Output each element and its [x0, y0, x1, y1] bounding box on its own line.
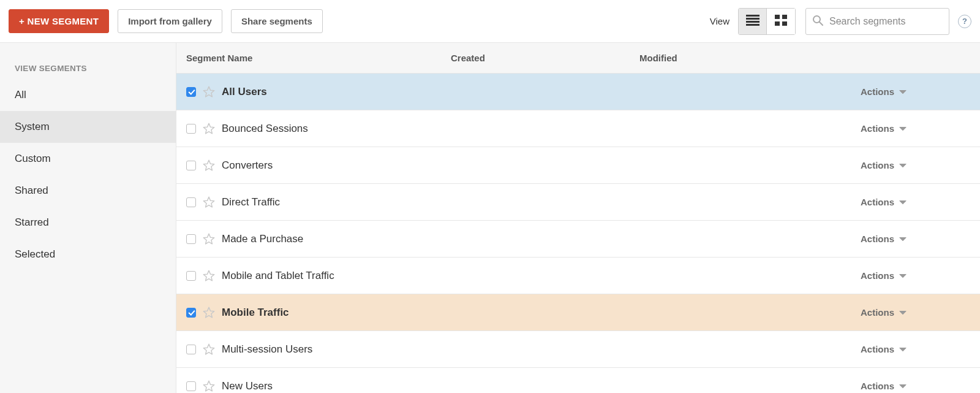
actions-menu[interactable]: Actions	[828, 307, 980, 318]
toolbar: + NEW SEGMENT Import from gallery Share …	[0, 0, 980, 43]
svg-line-9	[820, 22, 823, 25]
actions-label: Actions	[861, 86, 894, 97]
svg-rect-3	[746, 24, 760, 26]
table-row[interactable]: Direct TrafficActions	[176, 184, 980, 221]
actions-label: Actions	[861, 234, 894, 244]
segment-name-cell: Converters	[176, 159, 451, 172]
search-segments-wrap[interactable]	[805, 8, 949, 35]
actions-menu[interactable]: Actions	[828, 344, 980, 354]
sidebar-item-all[interactable]: All	[0, 79, 176, 111]
table-header: Segment Name Created Modified	[176, 43, 980, 74]
actions-label: Actions	[861, 197, 894, 207]
segment-name-cell: Bounced Sessions	[176, 122, 451, 135]
sidebar-item-shared[interactable]: Shared	[0, 175, 176, 207]
segment-checkbox[interactable]	[186, 271, 196, 281]
actions-label: Actions	[861, 160, 894, 170]
svg-rect-2	[746, 21, 760, 23]
segment-name-cell: Multi-session Users	[176, 343, 451, 356]
import-gallery-button[interactable]: Import from gallery	[118, 9, 222, 33]
sidebar-item-custom[interactable]: Custom	[0, 143, 176, 175]
column-created[interactable]: Created	[451, 53, 639, 63]
svg-marker-18	[899, 384, 907, 388]
table-row[interactable]: New UsersActions	[176, 368, 980, 393]
svg-marker-12	[899, 164, 907, 167]
chevron-down-icon	[899, 234, 907, 244]
svg-rect-0	[746, 15, 760, 17]
star-icon[interactable]	[202, 269, 216, 283]
segment-name-label: Mobile and Tablet Traffic	[222, 270, 334, 282]
help-button[interactable]: ?	[958, 15, 971, 28]
new-segment-button[interactable]: + NEW SEGMENT	[9, 9, 109, 33]
share-segments-button[interactable]: Share segments	[231, 9, 323, 33]
chevron-down-icon	[899, 197, 907, 207]
chevron-down-icon	[899, 160, 907, 170]
segment-checkbox[interactable]	[186, 124, 196, 134]
sidebar-item-starred[interactable]: Starred	[0, 207, 176, 238]
svg-rect-4	[775, 15, 780, 19]
segments-table: Segment Name Created Modified All UsersA…	[176, 43, 980, 393]
column-segment-name[interactable]: Segment Name	[176, 53, 451, 63]
table-row[interactable]: ConvertersActions	[176, 147, 980, 184]
segment-name-label: Direct Traffic	[222, 196, 280, 208]
chevron-down-icon	[899, 344, 907, 354]
sidebar-heading: VIEW SEGMENTS	[0, 56, 176, 79]
segment-checkbox[interactable]	[186, 87, 196, 97]
svg-rect-5	[782, 15, 787, 19]
grid-view-icon	[775, 15, 787, 28]
chevron-down-icon	[899, 123, 907, 134]
segment-name-label: Multi-session Users	[222, 343, 312, 356]
chevron-down-icon	[899, 381, 907, 391]
table-row[interactable]: Mobile TrafficActions	[176, 294, 980, 331]
actions-menu[interactable]: Actions	[828, 197, 980, 207]
star-icon[interactable]	[202, 306, 216, 319]
star-icon[interactable]	[202, 159, 216, 172]
segment-name-label: Mobile Traffic	[222, 307, 289, 319]
segment-checkbox[interactable]	[186, 381, 196, 391]
sidebar-item-selected[interactable]: Selected	[0, 238, 176, 270]
segment-name-label: All Users	[222, 86, 267, 98]
svg-marker-16	[899, 311, 907, 315]
svg-marker-15	[899, 274, 907, 278]
view-toggle	[738, 8, 796, 35]
star-icon[interactable]	[202, 343, 216, 356]
segment-name-label: New Users	[222, 380, 273, 392]
sidebar-item-system[interactable]: System	[0, 111, 176, 143]
star-icon[interactable]	[202, 380, 216, 393]
segment-checkbox[interactable]	[186, 161, 196, 170]
actions-menu[interactable]: Actions	[828, 86, 980, 97]
svg-marker-10	[899, 90, 907, 94]
table-row[interactable]: Bounced SessionsActions	[176, 110, 980, 147]
segment-name-cell: Made a Purchase	[176, 232, 451, 246]
column-modified[interactable]: Modified	[639, 53, 828, 63]
table-row[interactable]: Multi-session UsersActions	[176, 331, 980, 368]
actions-menu[interactable]: Actions	[828, 234, 980, 244]
search-input[interactable]	[829, 16, 943, 27]
segment-checkbox[interactable]	[186, 234, 196, 244]
actions-menu[interactable]: Actions	[828, 123, 980, 134]
table-row[interactable]: Mobile and Tablet TrafficActions	[176, 258, 980, 294]
segment-checkbox[interactable]	[186, 308, 196, 318]
actions-label: Actions	[861, 344, 894, 354]
segment-name-cell: All Users	[176, 85, 451, 99]
sidebar: VIEW SEGMENTS AllSystemCustomSharedStarr…	[0, 43, 176, 393]
star-icon[interactable]	[202, 122, 216, 135]
table-row[interactable]: Made a PurchaseActions	[176, 221, 980, 258]
segment-name-label: Made a Purchase	[222, 233, 303, 245]
star-icon[interactable]	[202, 85, 216, 99]
segment-name-label: Bounced Sessions	[222, 123, 308, 135]
table-row[interactable]: All UsersActions	[176, 74, 980, 110]
chevron-down-icon	[899, 307, 907, 318]
segment-name-label: Converters	[222, 159, 273, 172]
view-list-button[interactable]	[739, 9, 767, 34]
actions-menu[interactable]: Actions	[828, 381, 980, 391]
star-icon[interactable]	[202, 196, 216, 209]
chevron-down-icon	[899, 270, 907, 281]
chevron-down-icon	[899, 86, 907, 97]
view-grid-button[interactable]	[767, 9, 795, 34]
actions-menu[interactable]: Actions	[828, 270, 980, 281]
star-icon[interactable]	[202, 232, 216, 246]
segment-checkbox[interactable]	[186, 197, 196, 207]
segment-checkbox[interactable]	[186, 345, 196, 354]
list-view-icon	[746, 15, 760, 28]
actions-menu[interactable]: Actions	[828, 160, 980, 170]
